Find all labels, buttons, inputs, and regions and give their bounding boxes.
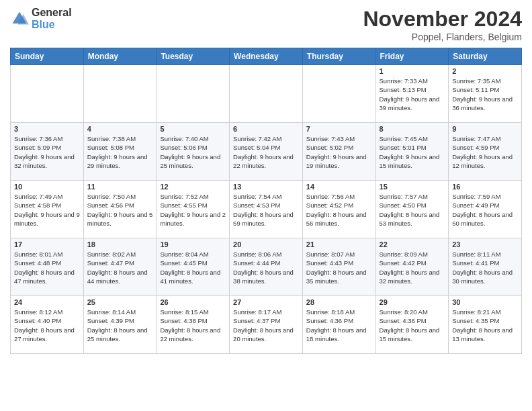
day-info: Sunrise: 8:04 AMSunset: 4:45 PMDaylight:… [160, 250, 220, 285]
week-row-3: 17 Sunrise: 8:01 AMSunset: 4:48 PMDaylig… [11, 238, 522, 296]
day-number: 22 [380, 240, 445, 248]
logo-text: General Blue [32, 7, 72, 31]
day-number: 3 [14, 125, 80, 133]
location-title: Poppel, Flanders, Belgium [363, 32, 522, 42]
cell-0-0 [11, 65, 84, 123]
cell-0-2 [157, 65, 230, 123]
day-info: Sunrise: 7:40 AMSunset: 5:06 PMDaylight:… [160, 135, 220, 169]
day-info: Sunrise: 8:12 AMSunset: 4:40 PMDaylight:… [14, 308, 75, 342]
day-number: 30 [452, 298, 518, 306]
cell-2-5: 15 Sunrise: 7:57 AMSunset: 4:50 PMDaylig… [375, 181, 449, 238]
day-info: Sunrise: 8:09 AMSunset: 4:42 PMDaylight:… [380, 250, 440, 285]
cell-1-6: 9 Sunrise: 7:47 AMSunset: 4:59 PMDayligh… [449, 123, 522, 181]
logo-icon [10, 9, 29, 28]
cell-3-5: 22 Sunrise: 8:09 AMSunset: 4:42 PMDaylig… [375, 238, 449, 296]
day-info: Sunrise: 8:01 AMSunset: 4:48 PMDaylight:… [14, 250, 75, 285]
day-number: 29 [380, 298, 445, 306]
day-info: Sunrise: 7:42 AMSunset: 5:04 PMDaylight:… [233, 135, 294, 169]
header-wednesday: Wednesday [230, 48, 303, 65]
day-info: Sunrise: 8:21 AMSunset: 4:35 PMDaylight:… [452, 308, 513, 342]
cell-3-4: 21 Sunrise: 8:07 AMSunset: 4:43 PMDaylig… [302, 238, 375, 296]
cell-2-0: 10 Sunrise: 7:49 AMSunset: 4:58 PMDaylig… [11, 181, 84, 238]
cell-3-6: 23 Sunrise: 8:11 AMSunset: 4:41 PMDaylig… [449, 238, 522, 296]
day-info: Sunrise: 7:56 AMSunset: 4:52 PMDaylight:… [306, 193, 367, 227]
week-row-4: 24 Sunrise: 8:12 AMSunset: 4:40 PMDaylig… [11, 296, 522, 354]
cell-1-4: 7 Sunrise: 7:43 AMSunset: 5:02 PMDayligh… [302, 123, 375, 181]
day-info: Sunrise: 7:59 AMSunset: 4:49 PMDaylight:… [452, 193, 513, 227]
day-info: Sunrise: 8:18 AMSunset: 4:36 PMDaylight:… [306, 308, 367, 342]
week-row-0: 1 Sunrise: 7:33 AMSunset: 5:13 PMDayligh… [11, 65, 522, 123]
day-info: Sunrise: 7:33 AMSunset: 5:13 PMDaylight:… [380, 77, 440, 111]
header-thursday: Thursday [302, 48, 375, 65]
cell-3-0: 17 Sunrise: 8:01 AMSunset: 4:48 PMDaylig… [11, 238, 84, 296]
cell-0-4 [302, 65, 375, 123]
cell-1-1: 4 Sunrise: 7:38 AMSunset: 5:08 PMDayligh… [83, 123, 157, 181]
day-info: Sunrise: 7:57 AMSunset: 4:50 PMDaylight:… [380, 193, 440, 227]
cell-1-0: 3 Sunrise: 7:36 AMSunset: 5:09 PMDayligh… [11, 123, 84, 181]
day-number: 2 [452, 67, 518, 75]
day-number: 19 [160, 240, 226, 248]
day-number: 27 [233, 298, 299, 306]
day-number: 17 [14, 240, 80, 248]
cell-4-0: 24 Sunrise: 8:12 AMSunset: 4:40 PMDaylig… [11, 296, 84, 354]
header-friday: Friday [375, 48, 449, 65]
day-info: Sunrise: 7:54 AMSunset: 4:53 PMDaylight:… [233, 193, 294, 227]
calendar-table: Sunday Monday Tuesday Wednesday Thursday… [10, 48, 522, 354]
cell-1-5: 8 Sunrise: 7:45 AMSunset: 5:01 PMDayligh… [375, 123, 449, 181]
cell-1-2: 5 Sunrise: 7:40 AMSunset: 5:06 PMDayligh… [157, 123, 230, 181]
day-number: 26 [160, 298, 226, 306]
day-info: Sunrise: 7:50 AMSunset: 4:56 PMDaylight:… [87, 193, 153, 227]
day-number: 4 [87, 125, 153, 133]
day-number: 14 [306, 183, 372, 191]
month-title: November 2024 [363, 7, 522, 32]
header: General Blue November 2024 Poppel, Fland… [10, 7, 522, 42]
cell-4-3: 27 Sunrise: 8:17 AMSunset: 4:37 PMDaylig… [230, 296, 303, 354]
cell-3-2: 19 Sunrise: 8:04 AMSunset: 4:45 PMDaylig… [157, 238, 230, 296]
day-info: Sunrise: 8:15 AMSunset: 4:38 PMDaylight:… [160, 308, 220, 342]
day-info: Sunrise: 8:17 AMSunset: 4:37 PMDaylight:… [233, 308, 294, 342]
cell-0-1 [83, 65, 157, 123]
day-info: Sunrise: 8:14 AMSunset: 4:39 PMDaylight:… [87, 308, 148, 342]
header-row: Sunday Monday Tuesday Wednesday Thursday… [11, 48, 522, 65]
day-number: 5 [160, 125, 226, 133]
day-info: Sunrise: 7:52 AMSunset: 4:55 PMDaylight:… [160, 193, 226, 227]
header-sunday: Sunday [11, 48, 84, 65]
day-number: 15 [380, 183, 445, 191]
cell-2-2: 12 Sunrise: 7:52 AMSunset: 4:55 PMDaylig… [157, 181, 230, 238]
day-number: 18 [87, 240, 153, 248]
day-info: Sunrise: 7:49 AMSunset: 4:58 PMDaylight:… [14, 193, 80, 227]
day-number: 11 [87, 183, 153, 191]
cell-4-1: 25 Sunrise: 8:14 AMSunset: 4:39 PMDaylig… [83, 296, 157, 354]
header-monday: Monday [83, 48, 157, 65]
week-row-1: 3 Sunrise: 7:36 AMSunset: 5:09 PMDayligh… [11, 123, 522, 181]
day-info: Sunrise: 7:45 AMSunset: 5:01 PMDaylight:… [380, 135, 440, 169]
cell-4-4: 28 Sunrise: 8:18 AMSunset: 4:36 PMDaylig… [302, 296, 375, 354]
day-number: 9 [452, 125, 518, 133]
page: General Blue November 2024 Poppel, Fland… [0, 0, 532, 411]
day-number: 23 [452, 240, 518, 248]
day-info: Sunrise: 7:38 AMSunset: 5:08 PMDaylight:… [87, 135, 148, 169]
day-number: 25 [87, 298, 153, 306]
cell-4-5: 29 Sunrise: 8:20 AMSunset: 4:36 PMDaylig… [375, 296, 449, 354]
day-info: Sunrise: 7:35 AMSunset: 5:11 PMDaylight:… [452, 77, 513, 111]
logo-blue: Blue [32, 19, 55, 30]
day-number: 12 [160, 183, 226, 191]
day-number: 8 [380, 125, 445, 133]
day-info: Sunrise: 8:11 AMSunset: 4:41 PMDaylight:… [452, 250, 513, 285]
day-number: 24 [14, 298, 80, 306]
day-number: 20 [233, 240, 299, 248]
cell-2-4: 14 Sunrise: 7:56 AMSunset: 4:52 PMDaylig… [302, 181, 375, 238]
cell-1-3: 6 Sunrise: 7:42 AMSunset: 5:04 PMDayligh… [230, 123, 303, 181]
day-number: 7 [306, 125, 372, 133]
day-info: Sunrise: 8:06 AMSunset: 4:44 PMDaylight:… [233, 250, 294, 285]
day-number: 13 [233, 183, 299, 191]
day-info: Sunrise: 7:43 AMSunset: 5:02 PMDaylight:… [306, 135, 367, 169]
logo: General Blue [10, 7, 72, 31]
day-info: Sunrise: 8:20 AMSunset: 4:36 PMDaylight:… [380, 308, 440, 342]
day-info: Sunrise: 7:36 AMSunset: 5:09 PMDaylight:… [14, 135, 75, 169]
day-number: 6 [233, 125, 299, 133]
cell-2-6: 16 Sunrise: 7:59 AMSunset: 4:49 PMDaylig… [449, 181, 522, 238]
day-number: 21 [306, 240, 372, 248]
week-row-2: 10 Sunrise: 7:49 AMSunset: 4:58 PMDaylig… [11, 181, 522, 238]
day-info: Sunrise: 8:02 AMSunset: 4:47 PMDaylight:… [87, 250, 148, 285]
